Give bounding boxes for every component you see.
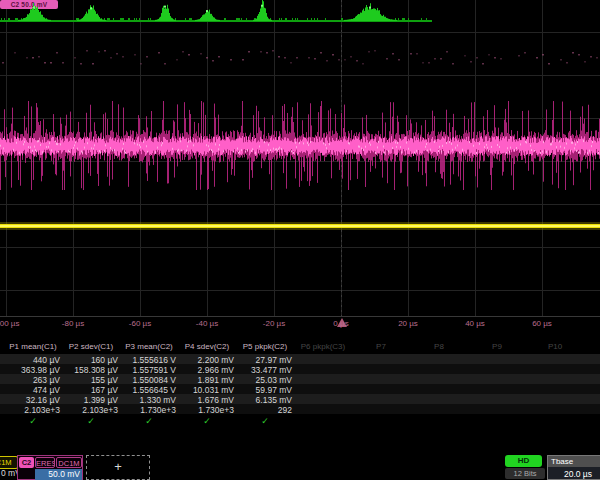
measurement-value: 474 µV xyxy=(4,385,60,395)
measurement-value: 1.891 mV xyxy=(178,375,234,385)
hd-bits-label: 12 Bits xyxy=(505,468,545,479)
measurement-value: 263 µV xyxy=(4,375,60,385)
timebase-value: 20.0 µs xyxy=(548,469,600,479)
measurement-table: P1 mean(C1)P2 sdev(C1)P3 mean(C2)P4 sdev… xyxy=(0,341,600,429)
oscilloscope-screen: -100 µs-80 µs-60 µs-40 µs-20 µs0 µs20 µs… xyxy=(0,0,600,480)
parameter-header[interactable]: P2 sdev(C1) xyxy=(62,342,120,351)
time-axis-label: -100 µs xyxy=(0,319,19,328)
status-check-icon: ✓ xyxy=(120,416,178,426)
time-axis-label: -40 µs xyxy=(196,319,218,328)
status-check-icon: ✓ xyxy=(4,416,62,426)
status-check-icon: ✓ xyxy=(62,416,120,426)
parameter-header-unused[interactable]: P11 xyxy=(584,342,600,351)
c2-scale-value: 50.0 mV xyxy=(35,469,82,480)
measurement-value: 155 µV xyxy=(62,375,118,385)
parameter-header[interactable]: P4 sdev(C2) xyxy=(178,342,236,351)
timebase-title: Tbase xyxy=(548,456,600,467)
channel-descriptor-c2[interactable]: C2 ERES DC1M 50.0 mV xyxy=(17,455,83,480)
measurement-value: 1.730e+3 xyxy=(120,405,176,415)
measurement-value: 160 µV xyxy=(62,355,118,365)
timebase-descriptor[interactable]: Tbase 20.0 µs xyxy=(547,455,600,480)
measurement-value: 2.103e+3 xyxy=(62,405,118,415)
measurement-value: 25.03 mV xyxy=(236,375,292,385)
measurement-value: 1.556645 V xyxy=(120,385,176,395)
measurement-value: 10.031 mV xyxy=(178,385,234,395)
measurement-value: 1.330 mV xyxy=(120,395,176,405)
waveform-grid[interactable] xyxy=(0,0,600,318)
measurement-value: 363.98 µV xyxy=(4,365,60,375)
measurement-value: 33.477 mV xyxy=(236,365,292,375)
parameter-header-unused[interactable]: P8 xyxy=(410,342,468,351)
parameter-header-unused[interactable]: P6 pkpk(C3) xyxy=(294,342,352,351)
measurement-value: 1.557591 V xyxy=(120,365,176,375)
measurement-value: 292 xyxy=(236,405,292,415)
parameter-header[interactable]: P5 pkpk(C2) xyxy=(236,342,294,351)
measurement-value: 1.555616 V xyxy=(120,355,176,365)
c2-coupling-chip: DC1M xyxy=(56,457,82,468)
measurement-value: 158.308 µV xyxy=(62,365,118,375)
measurement-value: 59.97 mV xyxy=(236,385,292,395)
parameter-header-unused[interactable]: P7 xyxy=(352,342,410,351)
parameter-histicons xyxy=(0,0,600,26)
measurement-value: 440 µV xyxy=(4,355,60,365)
parameter-header-unused[interactable]: P10 xyxy=(526,342,584,351)
parameter-header-unused[interactable]: P9 xyxy=(468,342,526,351)
measurement-value: 1.399 µV xyxy=(62,395,118,405)
parameter-header[interactable]: P1 mean(C1) xyxy=(4,342,62,351)
measurement-value: 167 µV xyxy=(62,385,118,395)
measurement-value: 32.16 µV xyxy=(4,395,60,405)
measurement-value: 1.676 mV xyxy=(178,395,234,405)
time-axis-label: -80 µs xyxy=(62,319,84,328)
add-trace-button[interactable]: + xyxy=(86,455,150,480)
c2-eres-chip: ERES xyxy=(35,457,55,468)
hd-mode-badge[interactable]: HD xyxy=(505,455,542,467)
measurement-value: 27.97 mV xyxy=(236,355,292,365)
status-check-icon: ✓ xyxy=(236,416,294,426)
measurement-value: 2.966 mV xyxy=(178,365,234,375)
measurement-value: 6.135 mV xyxy=(236,395,292,405)
measurement-value: 2.200 mV xyxy=(178,355,234,365)
status-check-icon: ✓ xyxy=(178,416,236,426)
c2-label-chip: C2 xyxy=(19,457,34,468)
time-axis-label: -60 µs xyxy=(129,319,151,328)
time-axis-label: 20 µs xyxy=(398,319,418,328)
measurement-value: 1.730e+3 xyxy=(178,405,234,415)
measurement-value: 2.103e+3 xyxy=(4,405,60,415)
time-axis-label: 40 µs xyxy=(465,319,485,328)
measurement-value: 1.550084 V xyxy=(120,375,176,385)
time-axis-label: 0 µs xyxy=(333,319,348,328)
time-axis-label: 60 µs xyxy=(532,319,552,328)
parameter-header[interactable]: P3 mean(C2) xyxy=(120,342,178,351)
time-axis-label: -20 µs xyxy=(263,319,285,328)
